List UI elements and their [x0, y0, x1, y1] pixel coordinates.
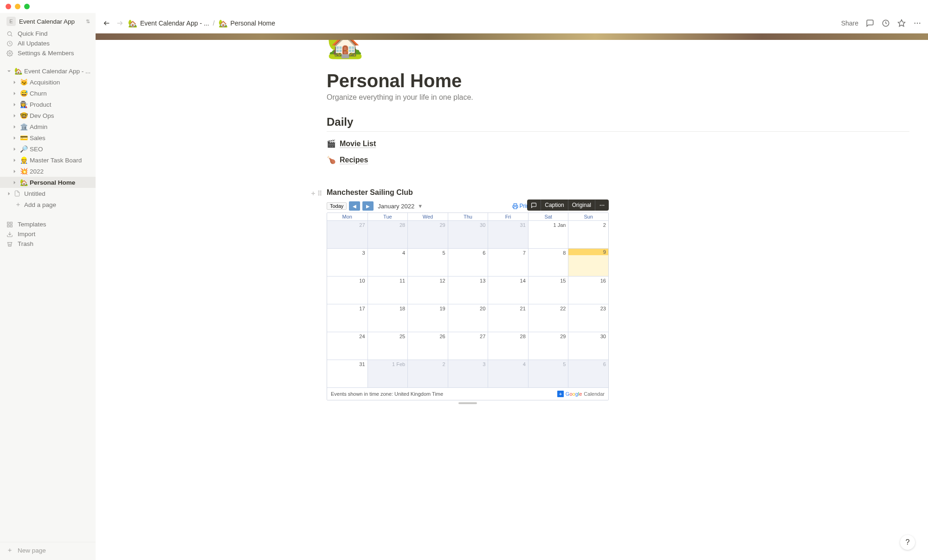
new-page[interactable]: ＋ New page: [0, 542, 96, 558]
caret-right-icon[interactable]: [11, 101, 18, 108]
block-more-button[interactable]: [595, 200, 609, 211]
calendar-cell[interactable]: 7: [488, 249, 528, 276]
tree-item[interactable]: 👷Master Task Board: [0, 154, 96, 166]
comments-icon[interactable]: [866, 19, 874, 27]
calendar-cell[interactable]: 15: [528, 277, 568, 304]
updates-icon[interactable]: [882, 19, 890, 27]
caret-right-icon[interactable]: [11, 168, 18, 174]
calendar-cell[interactable]: 24: [327, 332, 367, 360]
calendar-prev-button[interactable]: ◀: [349, 201, 360, 211]
calendar-next-button[interactable]: ▶: [362, 201, 374, 211]
calendar-cell[interactable]: 31: [488, 221, 528, 248]
drag-handle-icon[interactable]: ⠿: [317, 190, 322, 197]
settings-members[interactable]: Settings & Members: [0, 48, 96, 58]
breadcrumb-current[interactable]: 🏡 Personal Home: [219, 19, 276, 28]
window-minimize[interactable]: [15, 4, 20, 9]
calendar-cell[interactable]: 3: [448, 360, 488, 387]
caret-right-icon[interactable]: [11, 112, 18, 119]
calendar-cell[interactable]: 4: [367, 249, 408, 276]
calendar-cell[interactable]: 5: [528, 360, 568, 387]
calendar-cell[interactable]: 8: [528, 249, 568, 276]
block-caption-button[interactable]: Caption: [541, 200, 567, 211]
calendar-cell[interactable]: 1 Feb: [367, 360, 408, 387]
calendar-cell[interactable]: 28: [367, 221, 408, 248]
tree-item[interactable]: 💥2022: [0, 166, 96, 177]
calendar-cell[interactable]: 27: [327, 221, 367, 248]
trash[interactable]: Trash: [0, 239, 96, 249]
caret-right-icon[interactable]: [11, 146, 18, 152]
tree-untitled[interactable]: Untitled: [0, 188, 96, 199]
calendar-cell[interactable]: 5: [407, 249, 448, 276]
breadcrumb-parent[interactable]: 🏡 Event Calendar App - ...: [128, 19, 209, 28]
calendar-cell[interactable]: 11: [367, 277, 408, 304]
caret-right-icon[interactable]: [11, 179, 18, 186]
calendar-cell[interactable]: 29: [407, 221, 448, 248]
tree-root[interactable]: 🏡 Event Calendar App - ...: [0, 65, 96, 77]
calendar-cell[interactable]: 28: [488, 332, 528, 360]
tree-item[interactable]: 🤓Dev Ops: [0, 110, 96, 121]
calendar-today-button[interactable]: Today: [327, 202, 347, 210]
calendar-cell[interactable]: 3: [327, 249, 367, 276]
add-block-button[interactable]: ＋: [310, 189, 316, 198]
calendar-cell[interactable]: 26: [407, 332, 448, 360]
tree-item[interactable]: 😼Acquisition: [0, 77, 96, 88]
tree-item[interactable]: 🏡Personal Home: [0, 177, 96, 188]
favorite-icon[interactable]: [897, 19, 906, 27]
calendar-cell[interactable]: 22: [528, 304, 568, 332]
tree-item[interactable]: 🏛️Admin: [0, 121, 96, 132]
calendar-cell[interactable]: 10: [327, 277, 367, 304]
back-button[interactable]: [102, 19, 111, 28]
page-link[interactable]: 🎬Movie List: [327, 139, 909, 148]
forward-button[interactable]: [115, 19, 124, 28]
workspace-switcher[interactable]: E Event Calendar App ⇅: [0, 15, 96, 28]
block-original-button[interactable]: Original: [568, 200, 595, 211]
calendar-cell[interactable]: 16: [568, 277, 608, 304]
calendar-cell[interactable]: 20: [448, 304, 488, 332]
calendar-cell[interactable]: 6: [568, 360, 608, 387]
calendar-cell[interactable]: 12: [407, 277, 448, 304]
calendar-cell[interactable]: 19: [407, 304, 448, 332]
calendar-cell[interactable]: 17: [327, 304, 367, 332]
calendar-cell[interactable]: 9: [568, 249, 608, 276]
calendar-cell[interactable]: 21: [488, 304, 528, 332]
calendar-cell[interactable]: 6: [448, 249, 488, 276]
caret-right-icon[interactable]: [11, 135, 18, 141]
calendar-cell[interactable]: 23: [568, 304, 608, 332]
page-link[interactable]: 🍗Recipes: [327, 155, 909, 164]
calendar-cell[interactable]: 31: [327, 360, 367, 387]
calendar-cell[interactable]: 30: [448, 221, 488, 248]
caret-down-icon[interactable]: [6, 68, 12, 74]
caret-right-icon[interactable]: [11, 90, 18, 97]
add-a-page[interactable]: ＋ Add a page: [0, 199, 96, 210]
help-button[interactable]: ?: [900, 535, 915, 550]
calendar-cell[interactable]: 30: [568, 332, 608, 360]
tree-item[interactable]: 💳Sales: [0, 132, 96, 143]
window-zoom[interactable]: [24, 4, 30, 9]
tree-item[interactable]: 👩‍🏭Product: [0, 99, 96, 110]
block-comment-button[interactable]: [527, 200, 541, 211]
tree-item[interactable]: 🔎SEO: [0, 143, 96, 154]
calendar-cell[interactable]: 25: [367, 332, 408, 360]
calendar-cell[interactable]: 4: [488, 360, 528, 387]
share-button[interactable]: Share: [841, 19, 858, 27]
calendar-cell[interactable]: 29: [528, 332, 568, 360]
caret-right-icon[interactable]: [11, 79, 18, 85]
calendar-cell[interactable]: 14: [488, 277, 528, 304]
calendar-cell[interactable]: 2: [568, 221, 608, 248]
section-daily-title[interactable]: Daily: [327, 116, 909, 129]
import[interactable]: Import: [0, 229, 96, 239]
more-icon[interactable]: [913, 19, 922, 27]
caret-right-icon[interactable]: [6, 190, 12, 197]
google-calendar-link[interactable]: + Google Calendar: [557, 391, 605, 397]
caret-right-icon[interactable]: [11, 123, 18, 130]
caret-right-icon[interactable]: [11, 157, 18, 163]
all-updates[interactable]: All Updates: [0, 39, 96, 48]
chevron-down-icon[interactable]: ▼: [418, 203, 423, 209]
embed-title[interactable]: Manchester Sailing Club: [327, 188, 413, 196]
quick-find[interactable]: Quick Find: [0, 29, 96, 39]
calendar-cell[interactable]: 13: [448, 277, 488, 304]
calendar-cell[interactable]: 18: [367, 304, 408, 332]
page-emoji[interactable]: 🏡: [327, 40, 364, 58]
window-close[interactable]: [6, 4, 11, 9]
calendar-cell[interactable]: 27: [448, 332, 488, 360]
